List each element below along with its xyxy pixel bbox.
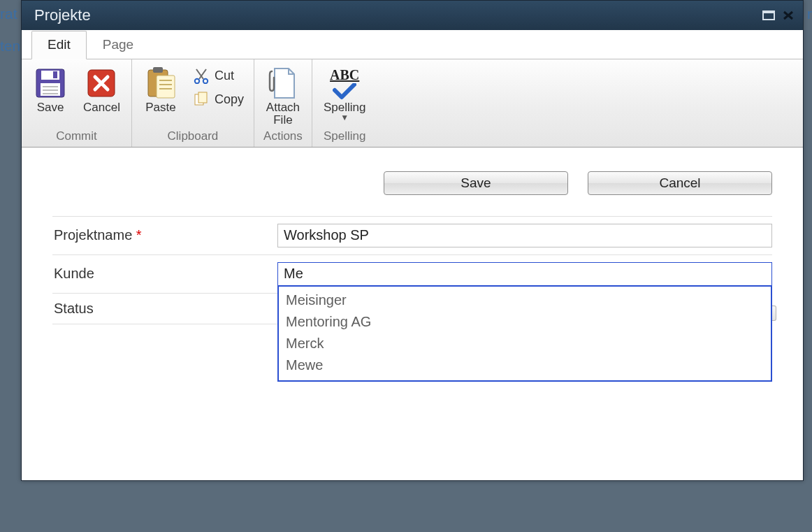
attach-file-label: Attach File [266,101,300,127]
spelling-abc-check-icon: ABC [330,66,359,100]
cut-button[interactable]: Cut [189,65,247,86]
svg-rect-1 [763,11,774,13]
svg-rect-14 [159,84,172,85]
save-disk-icon [35,66,66,100]
ribbon-group-clipboard: Paste Cut Copy [132,59,254,147]
save-button[interactable]: Save [29,64,72,114]
form-buttons: Save Cancel [52,171,772,195]
svg-rect-11 [153,67,163,73]
svg-point-17 [203,79,208,83]
cancel-button[interactable]: Cancel [79,64,124,114]
group-label-commit: Commit [29,127,124,145]
suggest-item[interactable]: Meisinger [279,289,771,311]
copy-label: Copy [215,92,244,107]
attach-file-icon [268,66,298,100]
tab-edit[interactable]: Edit [31,31,87,59]
svg-rect-4 [53,71,57,78]
svg-rect-6 [43,86,58,87]
cancel-x-icon [87,66,116,100]
svg-rect-7 [43,89,58,91]
svg-rect-12 [157,76,175,98]
save-label: Save [37,101,64,114]
field-projektname: Projektname * [52,216,772,254]
paste-button[interactable]: Paste [139,64,182,114]
scissors-icon [192,66,210,85]
status-label: Status [52,301,277,317]
copy-pages-icon [192,90,210,108]
form-area: Save Cancel Projektname * Kunde Meisinge… [22,148,803,331]
svg-rect-19 [198,92,207,103]
field-kunde: Kunde Meisinger Mentoring AG Merck Mewe [52,254,772,293]
ribbon-group-commit: Save Cancel Commit [22,59,132,147]
ribbon-tabs: Edit Page [22,30,803,59]
paste-label: Paste [145,101,175,114]
kunde-input[interactable] [277,262,772,286]
paste-clipboard-icon [144,66,177,100]
required-mark: * [136,227,142,243]
spelling-button[interactable]: ABC Spelling ▼ [319,64,370,122]
copy-button[interactable]: Copy [189,89,247,110]
close-button[interactable] [781,9,796,22]
close-icon [783,10,794,20]
ribbon: Save Cancel Commit [22,59,803,148]
kunde-autocomplete: Meisinger Mentoring AG Merck Mewe [277,286,772,382]
cancel-label: Cancel [83,101,120,114]
group-label-actions: Actions [261,127,305,145]
modal-body: Edit Page [22,30,803,480]
suggest-item[interactable]: Mewe [279,354,771,376]
window-title: Projekte [29,6,757,24]
cut-label: Cut [215,69,234,83]
group-label-spelling: Spelling [319,127,370,145]
svg-rect-8 [43,93,58,94]
modal-dialog: Projekte Edit Page [21,0,804,481]
maximize-button[interactable] [761,9,776,22]
tab-page[interactable]: Page [87,31,150,59]
ribbon-group-spelling: ABC Spelling ▼ Spelling [312,59,377,147]
bg-text: ten [0,38,20,55]
form-cancel-button[interactable]: Cancel [588,171,772,195]
svg-rect-13 [159,80,172,81]
chevron-down-icon: ▼ [340,113,349,122]
form-save-button[interactable]: Save [384,171,568,195]
suggest-item[interactable]: Mentoring AG [279,311,771,333]
svg-point-16 [195,79,199,83]
kunde-label: Kunde [52,266,277,282]
svg-rect-15 [159,88,172,89]
projektname-input[interactable] [277,224,772,247]
titlebar: Projekte [22,1,803,30]
maximize-icon [762,10,775,20]
suggest-item[interactable]: Merck [279,333,771,354]
bg-text: rat [0,6,17,22]
projektname-label: Projektname * [52,227,277,243]
attach-file-button[interactable]: Attach File [261,64,305,127]
group-label-clipboard: Clipboard [139,127,247,145]
ribbon-group-actions: Attach File Actions [254,59,312,147]
